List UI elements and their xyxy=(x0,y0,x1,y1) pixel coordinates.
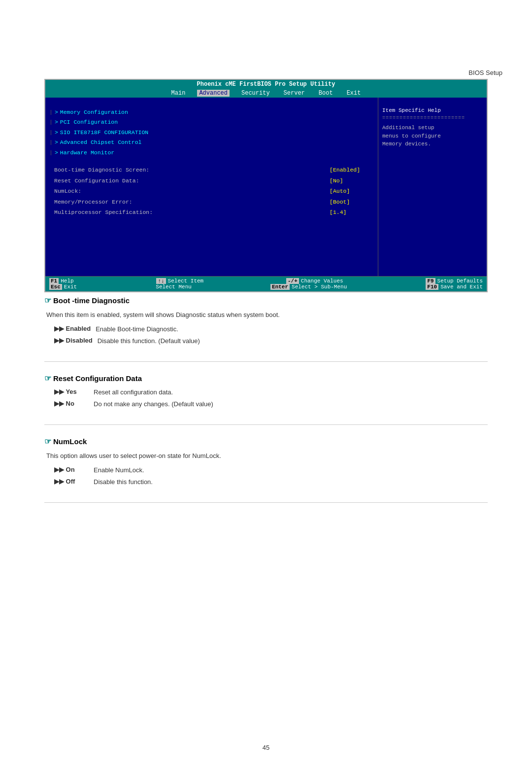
label-select-item: Select Item xyxy=(168,278,204,284)
text-no: Do not make any changes. (Default value) xyxy=(94,400,213,409)
help-text-1: Additional setup xyxy=(382,124,483,132)
text-yes: Reset all configuration data. xyxy=(94,388,173,397)
status-f10: F10 Save and Exit xyxy=(426,284,483,290)
menu-boot[interactable]: Boot xyxy=(317,90,335,97)
heading-text-bootdiag: Boot -time Diagnostic xyxy=(53,296,130,305)
doc-option-disabled: ▶▶ Disabled Disable this function. (Defa… xyxy=(44,337,488,346)
doc-desc-numlock: This option allows user to select power-… xyxy=(44,451,488,461)
help-text-3: Memory devices. xyxy=(382,140,483,148)
bios-title-bar: Phoenix cME FirstBIOS Pro Setup Utility xyxy=(45,80,487,89)
divider-2 xyxy=(44,424,488,425)
doc-heading-numlock: ☞ NumLock xyxy=(44,437,488,446)
bios-setting-bootdiag[interactable]: Boot-time Diagnostic Screen: [Enabled] xyxy=(49,165,374,175)
bios-submenu-pci[interactable]: | > PCI Configuration xyxy=(49,117,374,127)
menu-main[interactable]: Main xyxy=(169,90,188,97)
bios-submenu-chipset[interactable]: | > Advanced Chipset Control xyxy=(49,138,374,147)
bios-submenu-memory[interactable]: | > Memory Configuration xyxy=(49,107,374,117)
menu-advanced[interactable]: Advanced xyxy=(197,90,230,97)
bios-setting-numlock[interactable]: NumLock: [Auto] xyxy=(49,186,374,197)
status-plusminus: -/+ Change Values xyxy=(286,278,343,284)
bios-help-panel: Item Specific Help =====================… xyxy=(378,98,487,276)
bullet-no: ▶▶ No xyxy=(54,400,89,407)
key-f10: F10 xyxy=(426,284,438,290)
menu-server[interactable]: Server xyxy=(282,90,307,97)
heading-text-resetconfig: Reset Configuration Data xyxy=(53,374,142,383)
text-disabled: Disable this function. (Default value) xyxy=(98,337,200,346)
bios-status-bar: F1 Help ↑↓ Select Item -/+ Change Values… xyxy=(45,276,487,291)
key-plusminus: -/+ xyxy=(286,278,299,284)
bios-setup-label: BIOS Setup xyxy=(468,69,502,76)
bios-screen: Phoenix cME FirstBIOS Pro Setup Utility … xyxy=(44,79,488,292)
menu-exit[interactable]: Exit xyxy=(345,90,363,97)
bullet-off: ▶▶ Off xyxy=(54,478,89,485)
bios-setting-resetconfig[interactable]: Reset Configuration Data: [No] xyxy=(49,175,374,186)
label-setup-defaults: Setup Defaults xyxy=(437,278,483,284)
heading-symbol-numlock: ☞ xyxy=(44,437,51,446)
bios-setting-memoryerror[interactable]: Memory/Processor Error: [Boot] xyxy=(49,197,374,208)
heading-symbol-resetconfig: ☞ xyxy=(44,374,51,383)
heading-text-numlock: NumLock xyxy=(53,437,87,446)
bullet-on: ▶▶ On xyxy=(54,466,89,473)
doc-boot-diagnostic: ☞ Boot -time Diagnostic When this item i… xyxy=(44,296,488,346)
doc-heading-bootdiag: ☞ Boot -time Diagnostic xyxy=(44,296,488,305)
bios-content-area: | > Memory Configuration | > PCI Configu… xyxy=(45,98,487,276)
label-help: Help xyxy=(61,278,73,284)
label-select-menu: Select Menu xyxy=(156,284,192,290)
status-esc: Esc Exit xyxy=(49,284,77,290)
doc-reset-config: ☞ Reset Configuration Data ▶▶ Yes Reset … xyxy=(44,374,488,409)
key-f1: F1 xyxy=(49,278,59,284)
divider-1 xyxy=(44,361,488,362)
text-on: Enable NumLock. xyxy=(94,466,144,475)
label-exit: Exit xyxy=(64,284,77,290)
label-change-values: Change Values xyxy=(301,278,343,284)
key-f9: F9 xyxy=(426,278,435,284)
page-container: BIOS Setup Phoenix cME FirstBIOS Pro Set… xyxy=(0,0,532,771)
bullet-disabled: ▶▶ Disabled xyxy=(54,337,93,344)
text-enabled: Enable Boot-time Diagnostic. xyxy=(96,325,178,334)
bullet-yes: ▶▶ Yes xyxy=(54,388,89,395)
doc-numlock: ☞ NumLock This option allows user to sel… xyxy=(44,437,488,487)
doc-option-no: ▶▶ No Do not make any changes. (Default … xyxy=(44,400,488,409)
label-save-exit: Save and Exit xyxy=(440,284,483,290)
help-text-2: menus to configure xyxy=(382,132,483,140)
bios-submenu-hardware[interactable]: | > Hardware Monitor xyxy=(49,148,374,158)
doc-desc-bootdiag: When this item is enabled, system will s… xyxy=(44,310,488,320)
bullet-enabled: ▶▶ Enabled xyxy=(54,325,91,332)
key-esc: Esc xyxy=(49,284,62,290)
status-arrows: ↑↓ Select Item xyxy=(156,278,203,284)
doc-option-enabled: ▶▶ Enabled Enable Boot-time Diagnostic. xyxy=(44,325,488,334)
status-row-1: F1 Help ↑↓ Select Item -/+ Change Values… xyxy=(49,278,483,284)
label-select-submenu: Select > Sub-Menu xyxy=(292,284,347,290)
bios-submenu-sio[interactable]: | > SIO ITE8718F CONFIGURATION xyxy=(49,128,374,138)
doc-option-off: ▶▶ Off Disable this function. xyxy=(44,478,488,487)
key-enter: Enter xyxy=(270,284,290,290)
doc-option-yes: ▶▶ Yes Reset all configuration data. xyxy=(44,388,488,397)
status-f9: F9 Setup Defaults xyxy=(426,278,483,284)
text-off: Disable this function. xyxy=(94,478,153,487)
doc-option-on: ▶▶ On Enable NumLock. xyxy=(44,466,488,475)
doc-heading-resetconfig: ☞ Reset Configuration Data xyxy=(44,374,488,383)
heading-symbol-bootdiag: ☞ xyxy=(44,296,51,305)
divider-3 xyxy=(44,502,488,503)
menu-security[interactable]: Security xyxy=(239,90,272,97)
help-title: Item Specific Help xyxy=(382,107,483,113)
key-arrows: ↑↓ xyxy=(156,278,166,284)
help-divider: ======================== xyxy=(382,115,483,121)
page-number: 45 xyxy=(263,744,269,751)
status-enter: Enter Select > Sub-Menu xyxy=(270,284,347,290)
bios-left-panel: | > Memory Configuration | > PCI Configu… xyxy=(45,98,378,276)
status-row-2: Esc Exit Select Menu Enter Select > Sub-… xyxy=(49,284,483,290)
doc-section: ☞ Boot -time Diagnostic When this item i… xyxy=(44,296,488,515)
bios-menu-bar: Main Advanced Security Server Boot Exit xyxy=(45,89,487,98)
status-f1: F1 Help xyxy=(49,278,74,284)
status-select-menu: Select Menu xyxy=(156,284,192,290)
bios-setting-multiprocessor[interactable]: Multiprocessor Specification: [1.4] xyxy=(49,207,374,218)
